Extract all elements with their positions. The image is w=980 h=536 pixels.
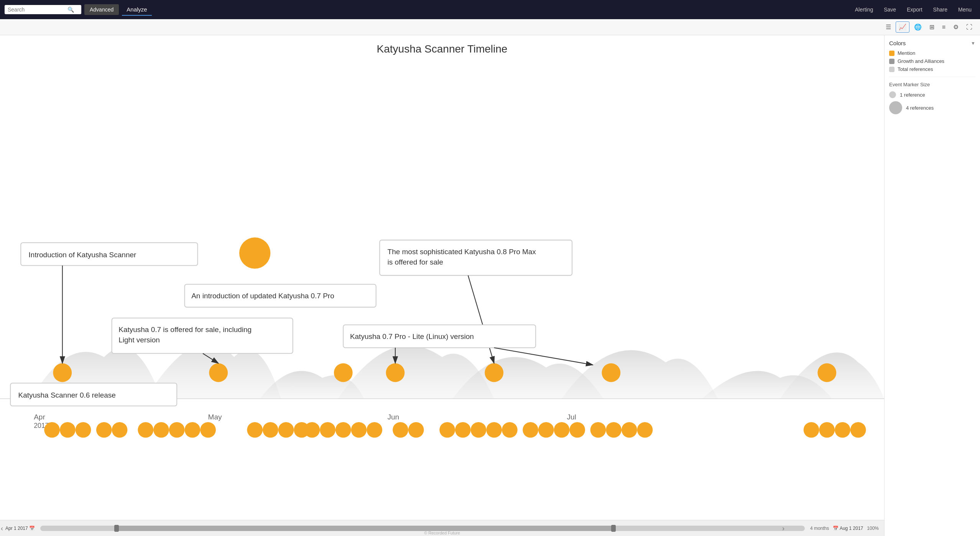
section-divider xyxy=(889,77,975,77)
timeline-slider-track xyxy=(40,526,805,531)
export-button[interactable]: Export xyxy=(903,4,926,15)
search-wrapper: 🔍 xyxy=(5,5,81,14)
event-dot-sm[interactable] xyxy=(60,422,76,438)
event-dot-sm[interactable] xyxy=(439,422,455,438)
event-dot-sm[interactable] xyxy=(96,422,112,438)
marker-1-ref-label: 1 reference xyxy=(900,92,925,98)
chart-area: Katyusha Scanner Timeline xyxy=(0,35,884,536)
event-dot-sm[interactable] xyxy=(554,422,570,438)
event-dot-sm[interactable] xyxy=(590,422,606,438)
alerting-button[interactable]: Alerting xyxy=(851,4,877,15)
axis-label-apr: Apr xyxy=(34,413,45,421)
analyze-tab[interactable]: Analyze xyxy=(122,4,151,16)
legend-swatch-mention xyxy=(889,51,894,56)
fullscreen-button[interactable]: ⛶ xyxy=(963,22,975,33)
event-dot-sm[interactable] xyxy=(367,422,382,438)
event-dot[interactable] xyxy=(602,363,620,382)
menu-button[interactable]: Menu xyxy=(954,4,975,15)
event-dot[interactable] xyxy=(53,363,72,382)
timeline-slider-handle-right[interactable] xyxy=(611,525,616,532)
event-dot-large[interactable] xyxy=(239,237,270,268)
legend-total-refs-label: Total references xyxy=(898,66,933,72)
event-dot-sm[interactable] xyxy=(523,422,538,438)
save-button[interactable]: Save xyxy=(880,4,900,15)
event-dot-sm[interactable] xyxy=(804,422,819,438)
event-dot-sm[interactable] xyxy=(351,422,367,438)
event-dot-sm[interactable] xyxy=(471,422,487,438)
bottom-timebar: ‹ Apr 1 2017 📅 4 months 📅 Aug 1 2017 100… xyxy=(0,520,884,536)
colors-label: Colors xyxy=(889,40,906,46)
timeline-slider-handle-left[interactable] xyxy=(114,525,119,532)
event-dot[interactable] xyxy=(209,363,228,382)
event-dot-sm[interactable] xyxy=(455,422,471,438)
axis-label-jun: Jun xyxy=(388,413,400,421)
annotation-text-5: Katyusha Scanner 0.6 release xyxy=(18,391,115,399)
event-dot-sm[interactable] xyxy=(247,422,263,438)
event-dot-sm[interactable] xyxy=(850,422,866,438)
top-navigation: 🔍 Advanced Analyze Alerting Save Export … xyxy=(0,0,980,19)
grid-view-button[interactable]: ⊞ xyxy=(926,21,937,33)
event-dot-sm[interactable] xyxy=(335,422,351,438)
event-dot-sm[interactable] xyxy=(819,422,835,438)
marker-1-reference: 1 reference xyxy=(889,91,975,98)
event-dot-sm[interactable] xyxy=(304,422,320,438)
event-dot-sm[interactable] xyxy=(200,422,216,438)
legend-total-refs: Total references xyxy=(889,66,975,72)
chart-view-button[interactable]: 📈 xyxy=(896,21,909,33)
legend-swatch-total xyxy=(889,67,894,72)
annotation-text-6: Katyusha 0.7 Pro - Lite (Linux) version xyxy=(350,332,474,340)
event-dot-sm[interactable] xyxy=(138,422,153,438)
event-dot-sm[interactable] xyxy=(112,422,128,438)
timeline-slider-fill xyxy=(117,526,613,531)
footer-credit: © Recorded Future xyxy=(424,531,460,536)
share-button[interactable]: Share xyxy=(929,4,951,15)
search-button[interactable]: 🔍 xyxy=(67,7,74,13)
timeline-right-arrow[interactable]: › xyxy=(782,524,784,532)
event-dot-sm[interactable] xyxy=(263,422,278,438)
sidebar-panel: Colors ▼ Mention Growth and Alliances To… xyxy=(884,35,980,536)
event-dot-sm[interactable] xyxy=(76,422,91,438)
event-dot-sm[interactable] xyxy=(569,422,585,438)
map-view-button[interactable]: 🌐 xyxy=(911,21,925,33)
event-dot-sm[interactable] xyxy=(153,422,169,438)
legend-mention: Mention xyxy=(889,50,975,56)
event-dot-sm[interactable] xyxy=(606,422,622,438)
chart-canvas: Apr 2017 May Jun Jul xyxy=(0,59,884,520)
list-view-button[interactable]: ≡ xyxy=(939,22,949,33)
table-view-button[interactable]: ☰ xyxy=(883,21,894,33)
event-dot[interactable] xyxy=(334,363,353,382)
event-dot-sm[interactable] xyxy=(278,422,294,438)
marker-4-references: 4 references xyxy=(889,101,975,114)
marker-4-refs-label: 4 references xyxy=(906,105,934,111)
timeline-left-arrow[interactable]: ‹ xyxy=(1,524,3,532)
date-start-label: Apr 1 2017 📅 xyxy=(5,526,35,531)
axis-label-jul: Jul xyxy=(567,413,576,421)
event-dot-sm[interactable] xyxy=(502,422,518,438)
annotation-text-2b: Light version xyxy=(118,336,160,344)
legend-mention-label: Mention xyxy=(898,50,915,56)
zoom-percent-label: 100% xyxy=(867,526,879,531)
event-dot-sm[interactable] xyxy=(44,422,60,438)
axis-label-may: May xyxy=(208,413,222,421)
event-dot-sm[interactable] xyxy=(835,422,850,438)
colors-chevron-icon[interactable]: ▼ xyxy=(971,41,975,46)
event-dot-sm[interactable] xyxy=(393,422,408,438)
event-dot-sm[interactable] xyxy=(538,422,554,438)
event-dot-sm[interactable] xyxy=(486,422,502,438)
chart-title: Katyusha Scanner Timeline xyxy=(0,43,884,55)
search-input[interactable] xyxy=(8,7,65,13)
colors-section-header: Colors ▼ xyxy=(889,40,975,46)
event-dot-sm[interactable] xyxy=(320,422,335,438)
area-chart-mountain6 xyxy=(562,350,718,399)
event-dot-sm[interactable] xyxy=(637,422,653,438)
settings-button[interactable]: ⚙ xyxy=(950,21,962,33)
event-dot-sm[interactable] xyxy=(185,422,201,438)
event-dot-sm[interactable] xyxy=(408,422,424,438)
duration-label: 4 months xyxy=(810,526,829,531)
advanced-button[interactable]: Advanced xyxy=(84,4,119,15)
event-dot[interactable] xyxy=(485,363,503,382)
event-dot-sm[interactable] xyxy=(622,422,637,438)
event-dot[interactable] xyxy=(817,363,836,382)
event-dot-sm[interactable] xyxy=(169,422,185,438)
event-dot[interactable] xyxy=(386,363,405,382)
